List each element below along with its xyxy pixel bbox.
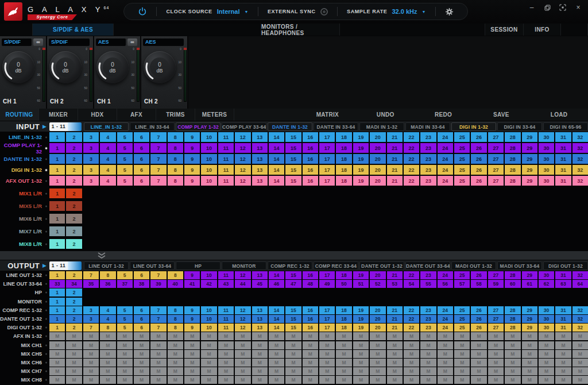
matrix-cell[interactable]: 6 — [134, 315, 149, 323]
matrix-cell[interactable]: 26 — [471, 154, 486, 164]
matrix-cell[interactable]: M — [117, 359, 133, 367]
matrix-cell[interactable]: M — [336, 332, 351, 340]
matrix-cell[interactable]: 24 — [438, 154, 453, 164]
matrix-cell[interactable]: 31 — [555, 165, 571, 175]
matrix-cell[interactable]: M — [285, 332, 301, 340]
toolbar-action-save[interactable]: SAVE — [472, 111, 530, 118]
matrix-cell[interactable]: 5 — [117, 176, 133, 186]
column-header-line-in-1-32[interactable]: LINE_IN 1-32 — [84, 122, 129, 131]
matrix-cell[interactable]: 8 — [168, 324, 183, 332]
matrix-cell[interactable]: 1 — [49, 271, 65, 279]
matrix-cell[interactable]: 32 — [572, 132, 588, 142]
matrix-cell[interactable]: 28 — [505, 154, 520, 164]
matrix-cell[interactable]: M — [404, 367, 419, 375]
matrix-cell[interactable]: 23 — [420, 132, 436, 142]
matrix-cell[interactable]: M — [303, 376, 318, 384]
matrix-cell[interactable]: 22 — [404, 176, 419, 186]
matrix-cell[interactable]: M — [471, 367, 486, 375]
matrix-cell[interactable]: M — [269, 376, 284, 384]
matrix-cell[interactable]: M — [454, 350, 470, 358]
matrix-cell[interactable]: 14 — [269, 271, 284, 279]
matrix-cell[interactable]: 23 — [420, 271, 436, 279]
matrix-cell[interactable]: M — [353, 332, 369, 340]
matrix-cell[interactable]: 32 — [572, 315, 588, 323]
matrix-cell[interactable]: M — [404, 341, 419, 349]
matrix-cell[interactable]: M — [252, 359, 268, 367]
matrix-cell[interactable]: 62 — [539, 280, 554, 288]
matrix-cell[interactable]: 6 — [134, 271, 149, 279]
matrix-cell[interactable]: 22 — [404, 143, 419, 153]
matrix-cell[interactable]: M — [539, 332, 554, 340]
matrix-cell[interactable]: 28 — [505, 324, 520, 332]
matrix-cell[interactable]: 48 — [303, 280, 318, 288]
matrix-cell[interactable]: 7 — [83, 324, 99, 332]
matrix-cell[interactable]: 25 — [454, 315, 470, 323]
tab-info[interactable]: INFO — [524, 24, 561, 36]
matrix-cell[interactable]: 22 — [404, 132, 419, 142]
column-header-digi-out-1-32[interactable]: DIGI OUT 1-32 — [543, 261, 588, 270]
matrix-cell[interactable]: 7 — [150, 324, 166, 332]
matrix-cell[interactable]: M — [150, 332, 166, 340]
matrix-cell[interactable]: 22 — [404, 315, 419, 323]
matrix-cell[interactable]: M — [235, 367, 250, 375]
matrix-cell[interactable]: M — [522, 332, 537, 340]
matrix-cell[interactable]: 8 — [168, 306, 183, 314]
matrix-cell[interactable]: 58 — [471, 280, 486, 288]
toolbar-action-load[interactable]: LOAD — [530, 111, 588, 118]
matrix-cell[interactable]: M — [269, 341, 284, 349]
matrix-cell[interactable]: M — [201, 332, 216, 340]
matrix-cell[interactable]: 18 — [336, 306, 351, 314]
matrix-cell[interactable]: 11 — [218, 143, 234, 153]
matrix-cell[interactable]: 18 — [336, 271, 351, 279]
matrix-cell[interactable]: M — [522, 367, 537, 375]
matrix-cell[interactable]: 10 — [201, 143, 216, 153]
matrix-cell[interactable]: 29 — [522, 154, 537, 164]
matrix-cell[interactable]: 40 — [168, 280, 183, 288]
matrix-cell[interactable]: M — [134, 350, 149, 358]
matrix-cell[interactable]: M — [370, 350, 385, 358]
matrix-cell[interactable]: M — [235, 332, 250, 340]
matrix-cell[interactable]: 63 — [555, 280, 571, 288]
matrix-cell[interactable]: M — [83, 341, 99, 349]
matrix-cell[interactable]: 11 — [218, 132, 234, 142]
matrix-cell[interactable]: 30 — [539, 306, 554, 314]
matrix-cell[interactable]: 24 — [438, 132, 453, 142]
matrix-cell[interactable]: M — [285, 350, 301, 358]
matrix-cell[interactable]: 14 — [269, 132, 284, 142]
matrix-cell[interactable]: M — [285, 341, 301, 349]
matrix-cell[interactable]: 18 — [336, 132, 351, 142]
matrix-cell[interactable]: M — [100, 367, 115, 375]
toolbar-action-redo[interactable]: REDO — [415, 111, 473, 118]
matrix-cell[interactable]: 2 — [66, 298, 82, 306]
matrix-cell[interactable]: M — [488, 367, 504, 375]
matrix-cell[interactable]: 20 — [370, 154, 385, 164]
matrix-cell[interactable]: M — [370, 376, 385, 384]
matrix-cell[interactable]: M — [117, 367, 133, 375]
matrix-cell[interactable]: 3 — [83, 154, 99, 164]
matrix-cell[interactable]: 19 — [353, 143, 369, 153]
matrix-cell[interactable]: M — [150, 350, 166, 358]
matrix-cell[interactable]: 1 — [49, 214, 65, 224]
matrix-cell[interactable]: 31 — [555, 143, 571, 153]
matrix-cell[interactable]: M — [572, 350, 588, 358]
link-button[interactable]: ∞ — [33, 38, 43, 46]
matrix-cell[interactable]: 1 — [49, 165, 65, 175]
matrix-cell[interactable]: 28 — [505, 143, 520, 153]
matrix-cell[interactable]: 34 — [66, 280, 82, 288]
matrix-cell[interactable]: 44 — [235, 280, 250, 288]
matrix-cell[interactable]: 3 — [83, 176, 99, 186]
matrix-cell[interactable]: 17 — [319, 143, 335, 153]
matrix-cell[interactable]: 12 — [235, 165, 250, 175]
matrix-cell[interactable]: M — [184, 332, 200, 340]
matrix-cell[interactable]: 28 — [505, 176, 520, 186]
matrix-cell[interactable]: 3 — [83, 315, 99, 323]
matrix-cell[interactable]: 28 — [505, 132, 520, 142]
matrix-cell[interactable]: 32 — [572, 143, 588, 153]
matrix-cell[interactable]: 24 — [438, 176, 453, 186]
matrix-cell[interactable]: M — [404, 332, 419, 340]
matrix-cell[interactable]: 32 — [572, 324, 588, 332]
matrix-cell[interactable]: M — [252, 341, 268, 349]
matrix-cell[interactable]: M — [471, 376, 486, 384]
matrix-cell[interactable]: 10 — [201, 165, 216, 175]
matrix-cell[interactable]: M — [66, 367, 82, 375]
